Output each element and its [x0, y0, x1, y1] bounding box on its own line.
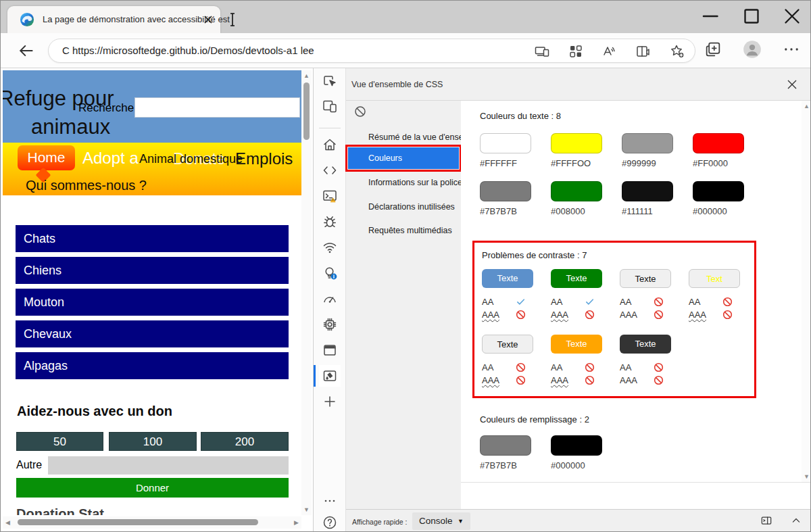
edge-logo-icon [20, 12, 34, 27]
devtools-close-icon[interactable] [785, 78, 799, 91]
address-bar[interactable]: C https://microsoftedge.github.io/Demos/… [48, 39, 695, 63]
fail-blocked-icon [516, 310, 526, 320]
pass-check-icon [516, 297, 526, 307]
donation-amount-button-100[interactable]: 100 [109, 432, 197, 451]
more-menu-icon[interactable] [782, 40, 801, 59]
contrast-sample-swatch[interactable]: Texte [482, 269, 533, 288]
browser-tab[interactable]: La page de démonstration avec accessibil… [7, 6, 220, 33]
category-item-chevaux[interactable]: Chevaux [16, 320, 289, 347]
contrast-sample-swatch[interactable]: Texte [482, 335, 533, 354]
nav-item-jobs[interactable]: Emplois [235, 149, 293, 168]
nav-item-domestic-animal[interactable]: Animal domestique [139, 152, 243, 166]
debugger-icon[interactable] [322, 214, 338, 230]
maximize-button[interactable] [739, 3, 764, 29]
tab-close-icon[interactable] [202, 14, 214, 26]
text-color-swatch-cell: #000000 [693, 181, 764, 229]
donation-heading: Aidez-nous avec un don [17, 404, 172, 419]
memory-icon[interactable] [322, 316, 338, 333]
donation-amount-button-50[interactable]: 50 [16, 432, 103, 451]
text-color-swatch[interactable] [480, 133, 531, 153]
fill-color-swatch[interactable] [480, 435, 531, 456]
network-icon[interactable] [322, 239, 338, 256]
fail-blocked-icon [722, 297, 733, 307]
more-tools-icon[interactable] [322, 393, 338, 410]
contrast-item-7: TexteAAAAA [620, 335, 689, 400]
sidebar-item-informations-sur-la-police[interactable]: Informations sur la police [348, 174, 459, 191]
back-button[interactable] [17, 41, 36, 60]
sidebar-item-requ-tes-multim-dias[interactable]: Requêtes multimédias [348, 222, 459, 239]
contrast-sample-swatch[interactable]: Text [689, 269, 740, 288]
scroll-up-arrow[interactable]: ▲ [301, 72, 312, 79]
contrast-aaa-row: AAA [689, 308, 758, 321]
sidebar-item-couleurs[interactable]: Couleurs [348, 147, 459, 169]
contrast-heading: Problèmes de contraste : 7 [482, 250, 587, 260]
category-item-mouton[interactable]: Mouton [16, 289, 289, 316]
scroll-down-arrow[interactable]: ▼ [301, 506, 312, 513]
issues-icon[interactable] [322, 265, 338, 281]
text-color-swatch[interactable] [622, 181, 673, 201]
sidebar-item-r-sum-de-la-vue-d-ensemble[interactable]: Résumé de la vue d'ensemble [348, 128, 459, 146]
apps-grid-icon[interactable] [568, 43, 584, 59]
fill-color-swatch[interactable] [551, 435, 602, 456]
help-icon[interactable] [322, 514, 338, 531]
immersive-reader-icon[interactable] [635, 43, 652, 59]
nav-item-about[interactable]: Qui sommes-nous ? [26, 178, 147, 193]
device-emulation-icon[interactable] [322, 98, 338, 114]
main-area: Refuge pour animaux Recherche Home Donat… [1, 68, 811, 532]
donation-other-input[interactable] [48, 456, 289, 475]
category-item-chiens[interactable]: Chiens [16, 257, 289, 284]
application-icon[interactable] [322, 342, 338, 358]
text-color-swatch[interactable] [622, 133, 673, 153]
text-color-swatch-cell: #008000 [551, 181, 622, 229]
donate-button[interactable]: Donner [16, 478, 289, 498]
nav-item-adopt[interactable]: Adopt a [82, 149, 139, 168]
devices-icon[interactable] [534, 43, 550, 59]
devtools-scrollbar[interactable]: ▲ ▼ [802, 101, 811, 482]
text-color-swatch[interactable] [693, 133, 744, 153]
contrast-sample-swatch[interactable]: Texte [551, 335, 602, 354]
collections-icon[interactable] [704, 40, 722, 59]
css-overview-icon[interactable] [322, 368, 338, 384]
page-vertical-scrollbar[interactable]: ▲ ▼ [301, 70, 312, 515]
page-horizontal-scrollbar[interactable]: ◀ ▶ [3, 516, 301, 529]
contrast-sample-swatch[interactable]: Texte [620, 269, 671, 288]
site-title-line2: animaux [31, 115, 110, 139]
inspect-icon[interactable] [322, 73, 338, 89]
favorites-icon[interactable] [669, 43, 685, 59]
nav-item-home[interactable]: Home [18, 145, 75, 170]
category-item-chats[interactable]: Chats [16, 225, 289, 252]
dock-panel-icon[interactable] [760, 514, 773, 527]
chevron-up-icon[interactable] [789, 514, 803, 527]
home-icon[interactable] [322, 137, 338, 153]
contrast-aa-label: AA [551, 362, 575, 372]
read-aloud-icon[interactable] [601, 43, 618, 59]
scroll-thumb[interactable] [303, 82, 310, 140]
scroll-down-arrow[interactable]: ▼ [802, 473, 811, 480]
contrast-item-3: TexteAAAAA [620, 269, 689, 335]
console-icon[interactable] [322, 188, 338, 204]
category-item-alpagas[interactable]: Alpagas [16, 352, 289, 379]
quick-view-dropdown[interactable]: Console ▼ [412, 512, 470, 530]
minimize-button[interactable] [698, 3, 724, 29]
more-icon[interactable] [322, 493, 338, 509]
sidebar-item-d-clarations-inutilis-es[interactable]: Déclarations inutilisées [348, 198, 459, 216]
contrast-aa-label: AA [551, 297, 575, 307]
scroll-right-arrow[interactable]: ▶ [294, 519, 299, 526]
text-color-swatch[interactable] [551, 133, 602, 153]
donation-amount-button-200[interactable]: 200 [201, 432, 289, 451]
text-color-swatch[interactable] [551, 181, 602, 201]
performance-icon[interactable] [322, 291, 338, 307]
close-button[interactable] [779, 3, 805, 29]
devtools-activity-bar [314, 68, 346, 532]
sources-icon[interactable] [322, 162, 338, 178]
scroll-left-arrow[interactable]: ◀ [5, 519, 10, 526]
scroll-thumb-horizontal[interactable] [18, 519, 258, 525]
clear-overview-icon[interactable] [353, 105, 367, 118]
contrast-sample-swatch[interactable]: Texte [620, 335, 671, 354]
contrast-sample-swatch[interactable]: Texte [551, 269, 602, 288]
text-color-swatch[interactable] [480, 181, 531, 201]
scroll-up-arrow[interactable]: ▲ [802, 103, 811, 110]
search-input[interactable] [134, 97, 300, 118]
profile-avatar[interactable] [743, 40, 762, 59]
text-color-swatch[interactable] [693, 181, 744, 201]
